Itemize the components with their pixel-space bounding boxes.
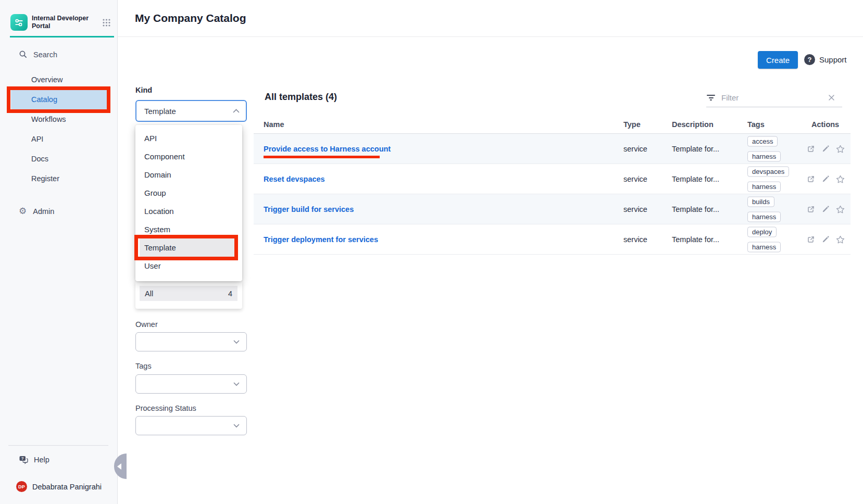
- table-row: Trigger deployment for services service …: [254, 224, 851, 255]
- filter-icon: [706, 95, 716, 100]
- kind-select[interactable]: Template: [135, 100, 247, 122]
- tags-cell: devspacesharness: [747, 166, 789, 192]
- tag-chip: harness: [747, 242, 781, 252]
- name-cell: Provide access to Harness account: [264, 134, 391, 163]
- edit-icon[interactable]: [821, 235, 830, 244]
- table-body: Provide access to Harness account servic…: [254, 134, 851, 255]
- template-name-link[interactable]: Provide access to Harness account: [264, 145, 391, 153]
- templates-table: All templates (4) NameTypeDescriptionTag…: [254, 0, 851, 469]
- user-name: Debabrata Panigrahi: [32, 483, 102, 491]
- template-name-link[interactable]: Trigger deployment for services: [264, 235, 378, 244]
- chevron-left-icon: [117, 463, 121, 470]
- table-title: All templates (4): [265, 92, 337, 103]
- star-icon[interactable]: [836, 235, 845, 244]
- edit-icon[interactable]: [821, 175, 830, 183]
- table-filter: [706, 89, 842, 107]
- kind-option-domain[interactable]: Domain: [135, 166, 242, 184]
- tag-chip: builds: [747, 196, 774, 207]
- open-in-new-icon[interactable]: [807, 145, 815, 153]
- tag-chip: harness: [747, 151, 781, 161]
- column-header-actions: Actions: [811, 120, 839, 129]
- column-header-tags: Tags: [747, 120, 765, 129]
- apps-grid-icon[interactable]: [102, 18, 111, 27]
- type-cell: service: [623, 224, 647, 254]
- app-logo-icon[interactable]: [10, 14, 28, 31]
- type-cell: service: [623, 134, 647, 163]
- annotation-box-catalog: [7, 86, 110, 113]
- help-label: Help: [34, 456, 49, 464]
- kind-option-location[interactable]: Location: [135, 202, 242, 220]
- edit-icon[interactable]: [821, 145, 830, 153]
- search-label: Search: [33, 51, 57, 59]
- kind-option-group[interactable]: Group: [135, 184, 242, 202]
- owner-select[interactable]: [135, 332, 247, 351]
- kind-count-value: 4: [228, 289, 232, 298]
- gear-icon: ⚙: [19, 207, 27, 216]
- chevron-down-icon: [233, 382, 240, 386]
- kind-dropdown-menu: APIComponentDomainGroupLocationSystemTem…: [135, 125, 242, 281]
- admin-label: Admin: [33, 207, 54, 216]
- kind-option-api[interactable]: API: [135, 129, 242, 147]
- open-in-new-icon[interactable]: [807, 235, 815, 244]
- star-icon[interactable]: [836, 205, 845, 213]
- description-cell: Template for...: [672, 194, 719, 224]
- sidebar-search[interactable]: Search: [19, 50, 57, 59]
- kind-counts-card: All 4: [135, 281, 242, 309]
- sidebar-item-catalog[interactable]: Catalog: [11, 90, 107, 109]
- sidebar-bottom-divider: [8, 445, 108, 446]
- kind-count-label: All: [145, 289, 153, 298]
- sidebar-item-help[interactable]: ? Help: [19, 455, 49, 464]
- tag-chip: devspaces: [747, 166, 789, 177]
- actions-cell: [807, 194, 845, 224]
- kind-label: Kind: [135, 86, 152, 94]
- user-menu[interactable]: DP Debabrata Panigrahi: [16, 481, 102, 492]
- kind-option-component[interactable]: Component: [135, 147, 242, 166]
- tags-select[interactable]: [135, 374, 247, 394]
- table-row: Trigger build for services service Templ…: [254, 194, 851, 224]
- sidebar-nav: OverviewCatalogWorkflowsAPIDocsRegister: [0, 70, 117, 188]
- svg-text:?: ?: [21, 456, 24, 461]
- help-icon: ?: [19, 455, 29, 464]
- name-cell: Trigger build for services: [264, 194, 354, 224]
- description-cell: Template for...: [672, 134, 719, 163]
- kind-option-system[interactable]: System: [135, 220, 242, 238]
- sidebar-item-workflows[interactable]: Workflows: [0, 109, 117, 129]
- processing-status-label: Processing Status: [135, 404, 196, 412]
- sidebar-item-admin[interactable]: ⚙ Admin: [19, 207, 54, 216]
- filter-input[interactable]: [721, 93, 810, 102]
- annotation-underline-name: [264, 156, 380, 158]
- edit-icon[interactable]: [821, 205, 830, 213]
- processing-status-select[interactable]: [135, 416, 247, 435]
- main-content: My Company Catalog Create ? Support Kind…: [118, 0, 863, 504]
- owner-label: Owner: [135, 320, 158, 329]
- template-name-link[interactable]: Trigger build for services: [264, 205, 354, 213]
- type-cell: service: [623, 164, 647, 194]
- sidebar-item-overview[interactable]: Overview: [0, 70, 117, 90]
- description-cell: Template for...: [672, 224, 719, 254]
- sidebar-item-docs[interactable]: Docs: [0, 149, 117, 169]
- page: Internal Developer Portal Search Overvie…: [0, 0, 863, 504]
- tag-chip: harness: [747, 181, 781, 192]
- sidebar-item-register[interactable]: Register: [0, 169, 117, 188]
- type-cell: service: [623, 194, 647, 224]
- table-row: Provide access to Harness account servic…: [254, 134, 851, 164]
- tags-label: Tags: [135, 362, 152, 370]
- name-cell: Reset devspaces: [264, 164, 325, 194]
- star-icon[interactable]: [836, 145, 845, 153]
- kind-option-template[interactable]: Template: [140, 238, 236, 257]
- actions-cell: [807, 134, 845, 163]
- kind-option-user[interactable]: User: [135, 257, 242, 275]
- chevron-down-icon: [233, 340, 240, 344]
- table-header-row: NameTypeDescriptionTagsActions: [254, 118, 851, 134]
- open-in-new-icon[interactable]: [807, 175, 815, 183]
- tags-cell: deployharness: [747, 226, 781, 252]
- open-in-new-icon[interactable]: [807, 205, 815, 213]
- sidebar-item-api[interactable]: API: [0, 129, 117, 149]
- star-icon[interactable]: [836, 175, 845, 183]
- clear-filter-icon[interactable]: [828, 94, 835, 101]
- brand-header: Internal Developer Portal: [10, 14, 111, 31]
- kind-count-all[interactable]: All 4: [140, 286, 237, 301]
- table-row: Reset devspaces service Template for... …: [254, 164, 851, 194]
- tags-cell: buildsharness: [747, 196, 781, 222]
- template-name-link[interactable]: Reset devspaces: [264, 175, 325, 183]
